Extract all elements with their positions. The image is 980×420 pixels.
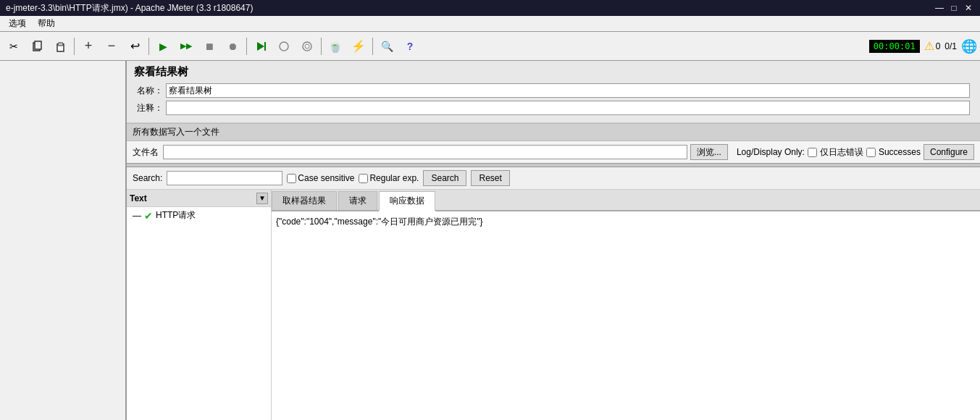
minimize-button[interactable]: — [934, 2, 945, 14]
separator-3 [246, 38, 247, 55]
teapot-btn[interactable]: 🍵 [324, 35, 346, 57]
tab-sampler-result[interactable]: 取样器结果 [272, 191, 337, 210]
toolbar-right: 00:00:01 ⚠ 0 0/1 🌐 [869, 38, 977, 54]
name-input[interactable] [166, 83, 970, 98]
successes-checkbox[interactable] [866, 148, 876, 157]
search-button[interactable]: Search [423, 170, 466, 186]
paste-btn[interactable] [49, 35, 71, 57]
tree-dropdown-btn[interactable]: ▼ [256, 193, 268, 204]
elapsed-time: 00:00:01 [869, 40, 920, 53]
menu-bar: 选项 帮助 [0, 16, 980, 32]
add-btn[interactable]: + [78, 35, 99, 57]
svg-rect-1 [35, 41, 41, 49]
errors-checkbox-label[interactable]: 仅日志错误 [808, 146, 863, 159]
dist-btn[interactable]: ⚡ [348, 35, 369, 57]
case-sensitive-text: Case sensitive [298, 173, 354, 183]
separator-2 [148, 38, 149, 55]
regular-exp-text: Regular exp. [369, 173, 419, 183]
search-bar: Search: Case sensitive Regular exp. Sear… [127, 167, 980, 190]
undo-btn[interactable]: ↩ [124, 35, 146, 57]
start-btn[interactable]: ▶ [152, 35, 174, 57]
case-sensitive-checkbox[interactable] [287, 174, 296, 183]
successes-checkbox-text: Successes [879, 147, 921, 157]
search-input[interactable] [167, 171, 282, 185]
cut-btn[interactable]: ✂ [3, 35, 25, 57]
search-main-btn[interactable]: 🔍 [376, 35, 398, 57]
menu-options[interactable]: 选项 [3, 16, 32, 31]
svg-point-8 [305, 44, 309, 49]
comment-input[interactable] [166, 101, 970, 115]
shutdown-btn[interactable]: ⏺ [222, 35, 243, 57]
start-no-pause-btn[interactable]: ▶▶ [175, 35, 197, 57]
separator-4 [321, 38, 322, 55]
svg-rect-3 [58, 43, 63, 46]
name-label: 名称： [137, 85, 166, 97]
section-all-data-label: 所有数据写入一个文件 [133, 127, 219, 137]
reset-button[interactable]: Reset [471, 170, 509, 186]
comment-label: 注释： [137, 102, 166, 114]
run-remote-btn[interactable] [250, 35, 272, 57]
warning-icon: ⚠ [924, 39, 934, 53]
tab-response-content: {"code":"1004","message":"今日可用商户资源已用完"} [272, 211, 980, 420]
browse-button[interactable]: 浏览... [690, 144, 728, 160]
results-area: Text ▼ — ✔ HTTP请求 取样器结果 请求 响应数据 {"code":… [127, 190, 980, 420]
svg-marker-4 [257, 42, 264, 51]
menu-help[interactable]: 帮助 [32, 16, 61, 31]
regular-exp-label[interactable]: Regular exp. [359, 173, 419, 183]
maximize-button[interactable]: □ [948, 2, 960, 14]
remove-btn[interactable]: − [101, 35, 122, 57]
http-request-label: HTTP请求 [156, 209, 196, 222]
log-display-only-label: Log/Display Only: [737, 147, 805, 157]
response-text: {"code":"1004","message":"今日可用商户资源已用完"} [276, 217, 483, 227]
warning-count: 0 [936, 41, 941, 51]
regular-exp-checkbox[interactable] [359, 174, 368, 183]
svg-point-7 [303, 42, 311, 51]
file-row: 文件名 浏览... Log/Display Only: 仅日志错误 Succes… [127, 141, 980, 163]
tabs-panel: 取样器结果 请求 响应数据 {"code":"1004","message":"… [272, 190, 980, 420]
separator-5 [372, 38, 373, 55]
tree-header: Text ▼ [127, 190, 271, 207]
name-row: 名称： [134, 83, 973, 98]
search-label: Search: [133, 173, 162, 183]
file-input[interactable] [163, 145, 687, 159]
separator-1 [74, 38, 75, 55]
errors-checkbox-text: 仅日志错误 [820, 146, 863, 159]
globe-icon: 🌐 [961, 38, 977, 54]
clear-btn[interactable] [273, 35, 295, 57]
main-layout: 察看结果树 名称： 注释： 所有数据写入一个文件 文件名 浏览... Log/D… [0, 61, 980, 420]
clear-all-btn[interactable] [296, 35, 318, 57]
configure-button[interactable]: Configure [924, 144, 974, 160]
right-content: 察看结果树 名称： 注释： 所有数据写入一个文件 文件名 浏览... Log/D… [127, 61, 980, 420]
help-btn[interactable]: ? [399, 35, 421, 57]
copy-btn[interactable] [26, 35, 48, 57]
toolbar: ✂ + − ↩ ▶ ▶▶ ⏹ ⏺ 🍵 ⚡ 🔍 ? 00:00:01 ⚠ 0 0/… [0, 32, 980, 61]
svg-point-6 [280, 42, 288, 51]
errors-checkbox[interactable] [808, 148, 817, 157]
tree-item[interactable]: — ✔ HTTP请求 [127, 207, 271, 224]
successes-checkbox-label[interactable]: Successes [866, 147, 921, 157]
tree-item-indent: — [133, 211, 141, 221]
case-sensitive-label[interactable]: Case sensitive [287, 173, 354, 183]
stop-btn[interactable]: ⏹ [198, 35, 220, 57]
close-button[interactable]: ✕ [963, 2, 974, 14]
tabs-header: 取样器结果 请求 响应数据 [272, 190, 980, 211]
window-title: e-jmeter-3.3\bin\HTTP请求.jmx) - Apache JM… [6, 2, 934, 14]
panel-header: 察看结果树 名称： 注释： [127, 61, 980, 123]
tab-response-data[interactable]: 响应数据 [379, 191, 435, 211]
section-all-data: 所有数据写入一个文件 [127, 123, 980, 141]
warning-area: ⚠ 0 [924, 39, 941, 53]
panel-title: 察看结果树 [134, 65, 973, 79]
window-controls: — □ ✕ [934, 2, 974, 14]
comment-row: 注释： [134, 101, 973, 115]
tree-panel: Text ▼ — ✔ HTTP请求 [127, 190, 272, 420]
tab-request[interactable]: 请求 [338, 191, 377, 210]
request-counter: 0/1 [945, 41, 957, 51]
title-bar: e-jmeter-3.3\bin\HTTP请求.jmx) - Apache JM… [0, 0, 980, 16]
file-label: 文件名 [133, 146, 160, 159]
tree-column-label: Text [130, 193, 256, 203]
left-nav-panel [0, 61, 127, 420]
success-icon: ✔ [144, 210, 153, 222]
